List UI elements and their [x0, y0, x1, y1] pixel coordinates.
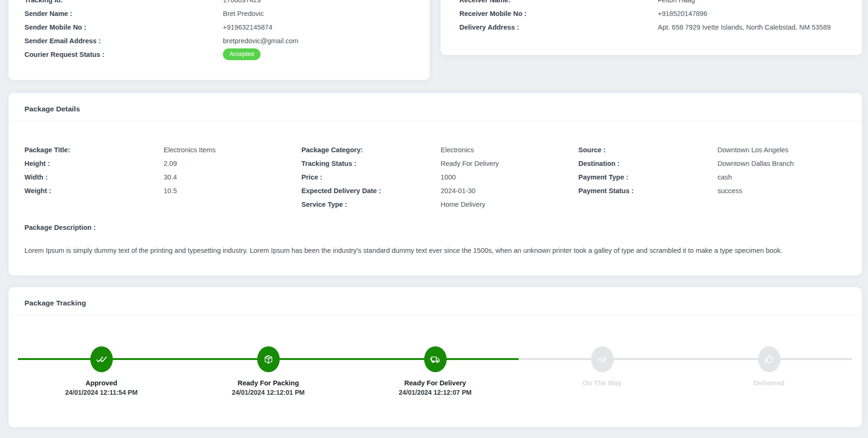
pd-row: Package Category:Electronics [301, 143, 578, 156]
field-label: Weight : [24, 187, 164, 195]
field-label: Payment Type : [578, 173, 718, 181]
pd-row: Width :30.4 [24, 170, 301, 184]
field-value: +919632145874 [223, 23, 272, 31]
package-details-column-1: Package Title:Electronics ItemsHeight :2… [24, 143, 301, 211]
thumbs-up-icon [758, 346, 781, 372]
field-label: Payment Status : [578, 187, 718, 195]
info-row: Sender Mobile No :+919632145874 [8, 20, 430, 34]
info-row: Sender Email Address :bretpredovic@gmail… [8, 34, 430, 47]
tracking-step-delivered: Delivered [686, 346, 852, 397]
sender-info-card: Tracking Id:1706097429Sender Name :Bret … [8, 0, 430, 80]
pd-row: Package Title:Electronics Items [24, 143, 301, 156]
field-value: 2024-01-30 [441, 187, 475, 195]
pd-row: Tracking Status :Ready For Delivery [301, 156, 578, 170]
tracking-step-approved: Approved24/01/2024 12:11:54 PM [18, 346, 185, 397]
field-value: Downtown Los Angeles [718, 146, 789, 154]
field-value: 1706097429 [223, 0, 261, 4]
field-label: Expected Delivery Date : [301, 187, 441, 195]
step-label: Ready For Delivery [352, 378, 519, 388]
tracking-step-ready-for-delivery: Ready For Delivery24/01/2024 12:12:07 PM [352, 346, 519, 397]
package-details-column-2: Package Category:ElectronicsTracking Sta… [301, 143, 578, 211]
step-track [352, 346, 519, 372]
field-value: 10.5 [164, 187, 177, 195]
status-badge: Accepted [223, 48, 260, 60]
pd-row: Price :1000 [301, 170, 578, 184]
info-row: Sender Name :Bret Predovic [8, 7, 430, 20]
package-tracking-title: Package Tracking [24, 298, 846, 307]
package-details-card: Package Details Package Title:Electronic… [8, 93, 862, 275]
field-value: 30.4 [164, 173, 177, 181]
step-timestamp: 24/01/2024 12:11:54 PM [18, 388, 185, 397]
package-details-body: Package Title:Electronics ItemsHeight :2… [8, 121, 862, 275]
field-value: Downtown Dallas Branch [718, 160, 794, 167]
package-details-columns: Package Title:Electronics ItemsHeight :2… [24, 143, 846, 211]
field-label: Width : [24, 173, 164, 181]
field-value: bretpredovic@gmail.com [223, 37, 299, 45]
package-icon [257, 346, 280, 372]
info-row: Courier Request Status :Accepted [8, 47, 430, 61]
field-label: Sender Mobile No : [24, 23, 223, 31]
package-details-title: Package Details [24, 104, 846, 113]
field-label: Package Title: [24, 146, 164, 154]
field-value: +918520147896 [658, 10, 707, 17]
step-track [686, 346, 852, 372]
package-description-text: Lorem Ipsum is simply dummy text of the … [24, 245, 846, 256]
pd-row: Height :2.09 [24, 156, 301, 170]
field-value: success [718, 187, 742, 195]
receiver-rows: Receiver Name:Felton HaagReceiver Mobile… [441, 0, 862, 34]
sender-rows: Tracking Id:1706097429Sender Name :Bret … [8, 0, 430, 61]
pd-row: Destination :Downtown Dallas Branch [578, 156, 846, 170]
field-label: Tracking Status : [301, 160, 441, 167]
page: Tracking Id:1706097429Sender Name :Bret … [0, 0, 868, 427]
step-timestamp: 24/01/2024 12:12:07 PM [352, 388, 519, 397]
package-description-label: Package Description : [24, 220, 846, 234]
field-label: Sender Name : [24, 10, 223, 17]
field-label: Source : [578, 146, 718, 154]
field-label: Price : [301, 173, 441, 181]
step-label: Ready For Packing [185, 378, 352, 388]
field-label: Receiver Mobile No : [459, 10, 658, 17]
info-row: Tracking Id:1706097429 [8, 0, 430, 7]
pd-row: Payment Status :success [578, 184, 846, 197]
pd-row: Expected Delivery Date :2024-01-30 [301, 184, 578, 197]
truck-icon [424, 346, 447, 372]
step-label: Delivered [686, 378, 852, 388]
field-label: Receiver Name: [459, 0, 658, 4]
tracking-step-on-the-way: On The Way [519, 346, 686, 397]
step-track [519, 346, 686, 372]
tracking-step-ready-for-packing: Ready For Packing24/01/2024 12:12:01 PM [185, 346, 352, 397]
field-value: Home Delivery [441, 201, 485, 208]
pd-row: Weight :10.5 [24, 184, 301, 197]
field-value: Ready For Delivery [441, 160, 499, 167]
top-row: Tracking Id:1706097429Sender Name :Bret … [8, 0, 862, 80]
field-value: 2.09 [164, 160, 177, 167]
package-details-header: Package Details [8, 93, 862, 121]
info-row: Receiver Mobile No :+918520147896 [441, 7, 862, 20]
field-value: Apt. 658 7929 Ivette Islands, North Cale… [658, 23, 831, 31]
field-value: Felton Haag [658, 0, 695, 4]
step-label: On The Way [519, 378, 686, 388]
field-label: Tracking Id: [24, 0, 223, 4]
field-label: Service Type : [301, 201, 441, 208]
double-check-icon [90, 346, 113, 372]
field-label: Sender Email Address : [24, 37, 223, 45]
pd-row: Service Type :Home Delivery [301, 197, 578, 211]
field-label: Courier Request Status : [24, 51, 223, 58]
route-icon [591, 346, 614, 372]
step-timestamp: 24/01/2024 12:12:01 PM [185, 388, 352, 397]
tracking-steps: Approved24/01/2024 12:11:54 PMReady For … [8, 315, 862, 427]
package-tracking-card: Package Tracking Approved24/01/2024 12:1… [8, 287, 862, 427]
field-value: Electronics [441, 146, 474, 154]
receiver-info-card: Receiver Name:Felton HaagReceiver Mobile… [441, 0, 862, 55]
package-details-column-3: Source :Downtown Los AngelesDestination … [578, 143, 846, 211]
field-label: Destination : [578, 160, 718, 167]
field-value: 1000 [441, 173, 456, 181]
step-track [185, 346, 352, 372]
field-label: Delivery Address : [459, 23, 658, 31]
pd-row: Source :Downtown Los Angeles [578, 143, 846, 156]
field-value: cash [718, 173, 732, 181]
info-row: Delivery Address :Apt. 658 7929 Ivette I… [441, 20, 862, 34]
info-row: Receiver Name:Felton Haag [441, 0, 862, 7]
field-value: Bret Predovic [223, 10, 264, 17]
field-label: Height : [24, 160, 164, 167]
